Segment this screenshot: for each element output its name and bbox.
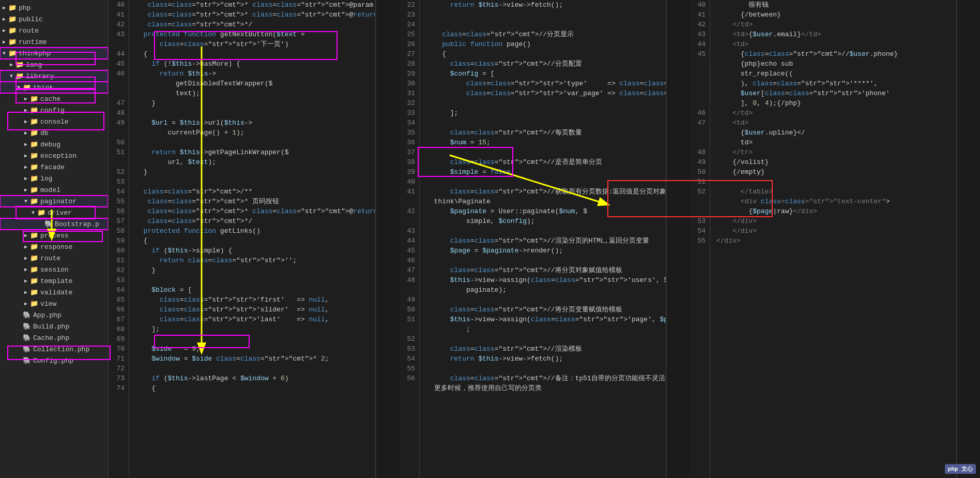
line-number xyxy=(113,88,125,98)
sidebar-item-label: library xyxy=(26,72,54,80)
sidebar-item-label: public xyxy=(19,16,43,23)
sidebar-item-library[interactable]: ▼📁library xyxy=(0,70,108,82)
folder-icon: 📁 xyxy=(30,265,38,274)
sidebar-item-label: process xyxy=(40,232,69,240)
code-line: getDisabledTextWrapper($ xyxy=(135,79,375,88)
code-line xyxy=(135,108,375,118)
sidebar-item-exception[interactable]: ▶📁exception xyxy=(0,150,108,161)
code-line: {class=class="str">"cmt">//$user.phone} xyxy=(716,49,956,59)
code-line: <td> xyxy=(716,39,956,49)
sidebar-item-db[interactable]: ▶📁db xyxy=(0,127,108,139)
sidebar-item-label: Config.php xyxy=(33,357,73,365)
sidebar-item-log[interactable]: ▶📁log xyxy=(0,173,108,184)
line-number xyxy=(113,39,125,49)
code-line: } xyxy=(135,98,375,108)
sidebar-item-route[interactable]: ▶📁route xyxy=(0,252,108,264)
sidebar-item-cache[interactable]: ▶📁cache xyxy=(0,93,108,104)
sidebar-item-label: db xyxy=(40,129,49,137)
code-line: $paginate = User::paginate($num, $ xyxy=(426,206,666,216)
folder-icon: 📁 xyxy=(30,174,38,183)
code-line xyxy=(426,10,666,20)
sidebar-item-process[interactable]: ▶📁process xyxy=(0,230,108,241)
code-line: {/volist} xyxy=(716,157,956,167)
panel3[interactable]: 40414243444546474849505152535455 很有钱 {/b… xyxy=(690,0,957,478)
line-number: 37 xyxy=(403,147,415,157)
line-number: 74 xyxy=(113,383,125,393)
code-line: { xyxy=(135,236,375,246)
folder-icon: 📁 xyxy=(8,4,17,12)
sidebar-item-paginator[interactable]: ▼📁paginator xyxy=(0,196,108,207)
sidebar-item-bootstrap-p[interactable]: 🐘Bootstrap.p xyxy=(0,218,108,230)
line-number: 28 xyxy=(403,59,415,69)
sidebar-item-template[interactable]: ▶📁template xyxy=(0,275,108,287)
line-number: 43 xyxy=(113,29,125,39)
code-line: $this->view->assign(class=class="str">"s… xyxy=(426,315,666,324)
line-number: 69 xyxy=(113,334,125,344)
line-number: 30 xyxy=(403,79,415,88)
folder-icon: 📁 xyxy=(30,152,38,160)
line-number: 61 xyxy=(113,256,125,265)
sidebar-item-session[interactable]: ▶📁session xyxy=(0,264,108,275)
code-line xyxy=(426,256,666,265)
sidebar-item-view[interactable]: ▶📁view xyxy=(0,298,108,309)
folder-icon: 📁 xyxy=(16,72,24,80)
panel3-code[interactable]: 很有钱 {/between} </td> <td>{$user.email}</… xyxy=(710,0,956,478)
sidebar-item-runtime[interactable]: ▶📁runtime xyxy=(0,36,108,48)
line-number xyxy=(403,285,415,295)
sidebar-item-config[interactable]: ▶📁config xyxy=(0,104,108,116)
sidebar-item-public[interactable]: ▶📁public xyxy=(0,13,108,25)
line-number: 71 xyxy=(113,354,125,364)
code-line: currentPage() + 1); xyxy=(135,128,375,138)
sidebar-item-label: cache xyxy=(40,95,60,103)
code-line: $user[class=class="str">"str">'phone' xyxy=(716,88,956,98)
code-line: ), class=class="str">"str">'****', xyxy=(716,79,956,88)
line-number: 43 xyxy=(694,29,706,39)
code-line: <td> xyxy=(716,118,956,128)
panel2-code[interactable]: return $this->view->fetch(); class=class… xyxy=(420,0,666,478)
sidebar-item-console[interactable]: ▶📁console xyxy=(0,116,108,127)
panel2[interactable]: 2223242526272829303132333435363738394041… xyxy=(399,0,666,478)
sidebar-item-route[interactable]: ▶📁route xyxy=(0,25,108,36)
code-line xyxy=(135,177,375,187)
sidebar-item-cache-php[interactable]: 🐘Cache.php xyxy=(0,332,108,343)
sidebar-item-label: facade xyxy=(40,163,65,171)
panel2-line-numbers: 2223242526272829303132333435363738394041… xyxy=(399,0,420,478)
line-number: 40 xyxy=(113,0,125,10)
line-number: 48 xyxy=(113,108,125,118)
sidebar-item-facade[interactable]: ▶📁facade xyxy=(0,161,108,173)
panel1-code[interactable]: class=class="str">"cmt">* class=class="s… xyxy=(129,0,375,478)
sidebar-item-validate[interactable]: ▶📁validate xyxy=(0,287,108,298)
sidebar-item-build-php[interactable]: 🐘Build.php xyxy=(0,321,108,332)
sidebar-item-config-php[interactable]: 🐘Config.php xyxy=(0,355,108,366)
sidebar-item-label: paginator xyxy=(40,198,76,205)
code-line: </td> xyxy=(716,108,956,118)
line-number: 47 xyxy=(403,265,415,275)
sidebar-item-response[interactable]: ▶📁response xyxy=(0,241,108,252)
line-number: 26 xyxy=(403,39,415,49)
folder-icon: 📁 xyxy=(8,49,17,57)
sidebar-item-model[interactable]: ▶📁model xyxy=(0,184,108,196)
sidebar-item-app-php[interactable]: 🐘App.php xyxy=(0,309,108,321)
line-number: 29 xyxy=(403,69,415,79)
code-area: 4041424344454647484950515253545556575859… xyxy=(109,0,980,478)
sidebar-item-driver[interactable]: ▼📁driver xyxy=(0,207,108,218)
panel1[interactable]: 4041424344454647484950515253545556575859… xyxy=(109,0,376,478)
code-line: if (!$this->hasMore) { xyxy=(135,59,375,69)
code-line: class=class="str">"cmt">*/ xyxy=(135,216,375,226)
file-icon: 🐘 xyxy=(23,334,31,342)
sidebar-item-think[interactable]: ▼📁think xyxy=(0,82,108,93)
file-icon: 🐘 xyxy=(23,322,31,331)
sidebar-item-php[interactable]: ▶📁php xyxy=(0,2,108,13)
line-number: 55 xyxy=(403,364,415,374)
sidebar-item-lang[interactable]: ▶📁lang xyxy=(0,59,108,70)
line-number: 49 xyxy=(113,118,125,128)
code-line: class=class="str">"cmt">//渲染模板 xyxy=(426,344,666,354)
sidebar-item-thinkphp[interactable]: ▼📁thinkphp xyxy=(0,48,108,59)
sidebar-item-collection-php[interactable]: 🐘Collection.php xyxy=(0,343,108,355)
folder-icon: 📁 xyxy=(30,277,38,285)
line-number: 59 xyxy=(113,236,125,246)
line-number: 60 xyxy=(113,246,125,256)
line-number: 56 xyxy=(403,374,415,383)
sidebar-item-debug[interactable]: ▶📁debug xyxy=(0,139,108,150)
sidebar-item-label: php xyxy=(19,4,30,12)
